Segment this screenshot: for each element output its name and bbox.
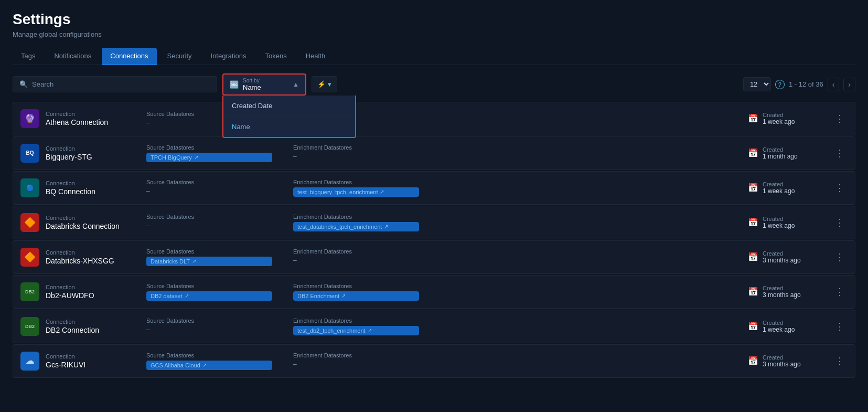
connection-row: DB2 Connection Db2-AUWDFO Source Datasto… <box>13 275 855 309</box>
source-ds-label: Source Datastores <box>146 214 272 220</box>
tab-integrations[interactable]: Integrations <box>202 48 255 65</box>
filter-button[interactable]: ⚡ ▾ <box>312 76 337 92</box>
connection-row: 🔶 Connection Databricks Connection Sourc… <box>13 206 855 239</box>
page-size-select[interactable]: 12 24 48 <box>743 77 771 91</box>
tab-tags[interactable]: Tags <box>13 48 44 65</box>
created-info: Created 3 months ago <box>763 354 801 368</box>
connection-type: Connection <box>46 353 140 360</box>
connection-icon-gcs: ☁ <box>20 352 39 371</box>
source-datastores-group: Source Datastores GCS Alibaba Cloud ↗ <box>146 352 272 370</box>
connection-created: 📅 Created 1 week ago <box>748 216 821 229</box>
created-when: 1 week ago <box>763 326 795 333</box>
external-link-icon: ↗ <box>380 189 384 195</box>
connection-type: Connection <box>46 145 140 152</box>
enrichment-datastores-group: Enrichment Datastores DB2 Enrichment ↗ <box>293 283 419 301</box>
search-box[interactable]: 🔍 <box>13 76 217 92</box>
more-options-button[interactable]: ⋮ <box>832 353 848 369</box>
enrichment-ds-badge[interactable]: test_databricks_tpch_enrichment ↗ <box>293 222 419 231</box>
filter-icon: ⚡ <box>317 80 326 88</box>
more-options-button[interactable]: ⋮ <box>832 215 848 230</box>
connection-name[interactable]: Gcs-RIKUVI <box>46 361 140 369</box>
tab-security[interactable]: Security <box>159 48 200 65</box>
external-link-icon: ↗ <box>194 154 198 160</box>
tab-connections[interactable]: Connections <box>102 48 156 65</box>
connection-name[interactable]: DB2 Connection <box>46 326 140 334</box>
connection-row: ☁ Connection Gcs-RIKUVI Source Datastore… <box>13 344 855 378</box>
enrichment-ds-label: Enrichment Datastores <box>293 179 419 185</box>
external-link-icon: ↗ <box>368 328 372 333</box>
connection-name[interactable]: Db2-AUWDFO <box>46 291 140 300</box>
enrichment-ds-badge[interactable]: test_db2_tpch_enrichment ↗ <box>293 326 419 335</box>
chevron-up-icon: ▲ <box>293 81 299 88</box>
tab-health[interactable]: Health <box>297 48 334 65</box>
connection-type: Connection <box>46 111 140 117</box>
enrichment-ds-label: Enrichment Datastores <box>293 214 419 220</box>
sort-label-group: Sort by Name <box>243 78 288 91</box>
source-ds-badge[interactable]: TPCH BigQuery ↗ <box>146 153 272 162</box>
more-options-button[interactable]: ⋮ <box>832 111 848 126</box>
connection-name[interactable]: Athena Connection <box>46 118 140 126</box>
sort-current-value: Name <box>243 83 288 91</box>
datastores-section: Source Datastores Databricks DLT ↗ Enric… <box>146 248 742 266</box>
source-ds-label: Source Datastores <box>146 248 272 255</box>
calendar-icon: 📅 <box>748 321 758 331</box>
created-info: Created 1 week ago <box>763 320 795 333</box>
connection-info-gcs: Connection Gcs-RIKUVI <box>46 353 140 369</box>
created-label: Created <box>763 112 795 118</box>
connection-row: BQ Connection Bigquery-STG Source Datast… <box>13 136 855 170</box>
connection-name[interactable]: BQ Connection <box>46 187 140 196</box>
created-info: Created 3 months ago <box>763 250 801 264</box>
external-link-icon: ↗ <box>384 224 388 229</box>
tab-notifications[interactable]: Notifications <box>46 48 100 65</box>
sort-dropdown-trigger[interactable]: 🔤 Sort by Name ▲ <box>222 73 306 96</box>
source-ds-label: Source Datastores <box>146 283 272 289</box>
sort-by-label: Sort by <box>243 78 288 83</box>
calendar-icon: 📅 <box>748 287 758 297</box>
connection-name[interactable]: Databricks-XHXSGG <box>46 257 140 265</box>
source-datastores-group: Source Datastores TPCH BigQuery ↗ <box>146 144 272 162</box>
source-datastores-group: Source Datastores DB2 dataset ↗ <box>146 283 272 301</box>
connection-created: 📅 Created 1 month ago <box>748 146 821 160</box>
connection-type: Connection <box>46 284 140 290</box>
more-options-button[interactable]: ⋮ <box>832 180 848 196</box>
source-ds-badge[interactable]: DB2 dataset ↗ <box>146 291 272 301</box>
created-when: 1 week ago <box>763 187 795 195</box>
sort-option-created-date[interactable]: Created Date <box>223 96 355 117</box>
created-when: 1 month ago <box>763 153 798 160</box>
datastores-section: Source Datastores TPCH BigQuery ↗ Enrich… <box>146 144 742 162</box>
tab-tokens[interactable]: Tokens <box>256 48 295 65</box>
connection-info-bq: Connection BQ Connection <box>46 180 140 196</box>
connection-name[interactable]: Databricks Connection <box>46 222 140 230</box>
connection-info-bigquery: Connection Bigquery-STG <box>46 145 140 161</box>
tabs-bar: Tags Notifications Connections Security … <box>13 48 855 65</box>
connection-type: Connection <box>46 215 140 221</box>
connection-info-db2: Connection Db2-AUWDFO <box>46 284 140 300</box>
next-page-button[interactable]: › <box>843 78 855 91</box>
enrichment-ds-badge[interactable]: DB2 Enrichment ↗ <box>293 291 419 301</box>
more-options-button[interactable]: ⋮ <box>832 319 848 334</box>
enrichment-datastores-group: Enrichment Datastores test_bigquery_tpch… <box>293 179 419 197</box>
enrichment-ds-label: Enrichment Datastores <box>293 318 419 324</box>
source-ds-label: Source Datastores <box>146 352 272 358</box>
sort-option-name[interactable]: Name <box>223 117 355 137</box>
more-options-button[interactable]: ⋮ <box>832 284 848 300</box>
help-icon[interactable]: ? <box>775 80 785 89</box>
search-input[interactable] <box>32 80 210 88</box>
enrichment-ds-value: – <box>293 257 419 264</box>
source-ds-badge[interactable]: GCS Alibaba Cloud ↗ <box>146 361 272 370</box>
enrichment-ds-badge[interactable]: test_bigquery_tpch_enrichment ↗ <box>293 187 419 197</box>
connection-name[interactable]: Bigquery-STG <box>46 153 140 161</box>
connection-icon-db2conn: DB2 <box>20 317 39 336</box>
connection-icon-databricks2: 🔶 <box>20 248 39 267</box>
source-ds-badge[interactable]: Databricks DLT ↗ <box>146 257 272 266</box>
connection-row: DB2 Connection DB2 Connection Source Dat… <box>13 310 855 343</box>
connection-icon-db2: DB2 <box>20 282 39 301</box>
more-options-button[interactable]: ⋮ <box>832 249 848 265</box>
page-title: Settings <box>13 10 855 28</box>
source-datastores-group: Source Datastores Databricks DLT ↗ <box>146 248 272 266</box>
more-options-button[interactable]: ⋮ <box>832 145 848 161</box>
prev-page-button[interactable]: ‹ <box>828 78 840 91</box>
connection-row: 🔵 Connection BQ Connection Source Datast… <box>13 171 855 205</box>
created-label: Created <box>763 146 798 153</box>
sort-az-icon: 🔤 <box>230 80 239 89</box>
